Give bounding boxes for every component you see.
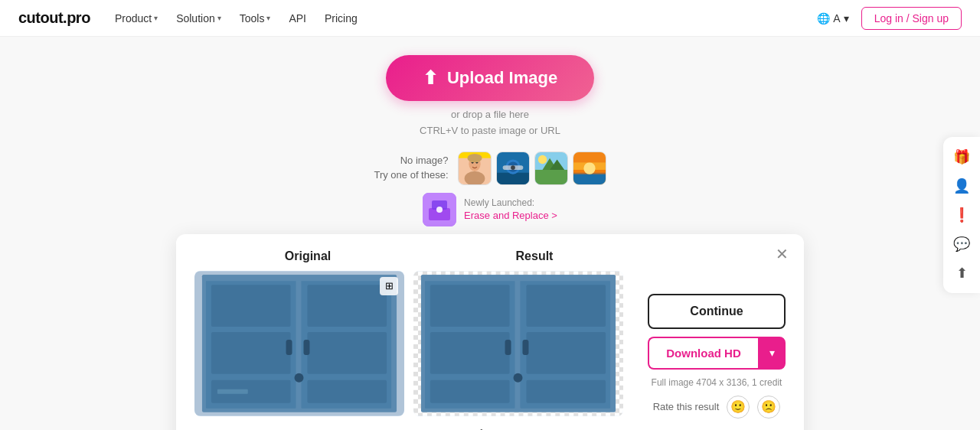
thumbs-up-button[interactable]: 🙂: [727, 396, 750, 419]
svg-rect-14: [535, 170, 567, 184]
rate-label: Rate this result: [653, 401, 720, 412]
result-image-panel: [413, 271, 623, 416]
svg-rect-8: [497, 172, 529, 184]
nav-pricing[interactable]: Pricing: [325, 12, 358, 24]
sample-images: [458, 151, 606, 185]
download-hd-button[interactable]: Download HD: [648, 337, 758, 370]
result-column-labels: Original Result: [194, 249, 786, 263]
nav-api[interactable]: API: [289, 12, 306, 24]
chevron-down-icon: ▾: [266, 14, 270, 22]
download-dropdown-button[interactable]: ▾: [758, 337, 786, 370]
newly-launched-thumbnail: [423, 193, 456, 226]
chevron-down-icon: ▾: [154, 14, 158, 22]
credit-info: Full image 4704 x 3136, 1 credit: [652, 377, 782, 388]
sample-image-2[interactable]: [496, 151, 530, 185]
svg-rect-53: [526, 285, 606, 327]
navbar: cutout.pro Product ▾ Solution ▾ Tools ▾ …: [0, 0, 980, 37]
svg-rect-40: [202, 275, 397, 281]
upload-icon: ⬆: [423, 67, 438, 89]
erase-replace-link[interactable]: Erase and Replace >: [464, 210, 557, 221]
nav-solution[interactable]: Solution ▾: [176, 12, 221, 24]
main-content: ⬆ Upload Image or drop a file here CTRL+…: [0, 37, 980, 430]
chevron-down-icon: ▾: [217, 14, 221, 22]
nav-product[interactable]: Product ▾: [115, 12, 158, 24]
svg-rect-55: [526, 380, 606, 402]
original-image-panel: ⊞: [194, 271, 404, 416]
logo[interactable]: cutout.pro: [18, 9, 90, 27]
svg-rect-19: [573, 172, 606, 184]
svg-rect-49: [430, 332, 510, 374]
newly-launched-text: Newly Launched: Erase and Replace >: [464, 197, 557, 222]
chevron-down-icon: ▾: [523, 428, 528, 430]
result-label: Result: [421, 249, 648, 263]
chat-icon-button[interactable]: 💬: [948, 230, 975, 258]
svg-rect-41: [217, 389, 248, 393]
result-actions: Continue Download HD ▾ Full image 4704 x…: [632, 271, 786, 419]
newly-launched-row: Newly Launched: Erase and Replace >: [423, 193, 557, 226]
svg-rect-30: [211, 285, 291, 327]
continue-button[interactable]: Continue: [648, 294, 786, 329]
nav-links: Product ▾ Solution ▾ Tools ▾ API Pricing: [115, 12, 817, 24]
drop-hints: or drop a file here CTRL+V to paste imag…: [420, 107, 560, 139]
svg-rect-31: [211, 332, 291, 374]
crop-icon[interactable]: ⊞: [380, 277, 398, 295]
sample-images-row: No image? Try one of these:: [374, 151, 606, 185]
rate-row: Rate this result 🙂 🙁: [653, 396, 781, 419]
upload-image-button[interactable]: ⬆ Upload Image: [386, 55, 594, 101]
svg-rect-56: [522, 340, 528, 355]
svg-point-21: [583, 162, 595, 174]
svg-rect-58: [421, 275, 616, 281]
result-panel: ✕ Original Result ⊞: [176, 234, 804, 430]
svg-rect-35: [307, 285, 387, 327]
gift-icon-button[interactable]: 🎁: [948, 143, 975, 171]
svg-point-39: [295, 373, 304, 382]
nav-right: 🌐 A ▾ Log in / Sign up: [817, 7, 962, 30]
svg-rect-38: [303, 340, 309, 355]
svg-rect-48: [430, 285, 510, 327]
svg-rect-22: [573, 152, 606, 162]
svg-rect-37: [307, 380, 387, 402]
svg-rect-33: [286, 340, 292, 355]
svg-rect-54: [526, 332, 606, 374]
sample-image-1[interactable]: [458, 151, 492, 185]
close-button[interactable]: ✕: [776, 246, 789, 262]
svg-point-17: [537, 155, 546, 163]
download-row: Download HD ▾: [648, 337, 786, 370]
original-label: Original: [194, 249, 421, 263]
upload-sidebar-icon-button[interactable]: ⬆: [948, 259, 975, 287]
login-button[interactable]: Log in / Sign up: [861, 7, 962, 30]
svg-rect-36: [307, 332, 387, 374]
svg-point-12: [511, 165, 515, 170]
alert-icon-button[interactable]: ❗: [948, 201, 975, 229]
sample-image-3[interactable]: [534, 151, 568, 185]
more-features-row[interactable]: More features ▾: [194, 428, 786, 430]
chevron-down-icon: ▾: [844, 12, 849, 24]
svg-point-57: [514, 373, 523, 382]
language-button[interactable]: 🌐 A ▾: [817, 12, 848, 24]
face-icon-button[interactable]: 👤: [948, 172, 975, 200]
svg-rect-50: [430, 380, 510, 402]
svg-point-26: [436, 207, 443, 213]
svg-point-6: [467, 154, 482, 162]
nav-tools[interactable]: Tools ▾: [240, 12, 271, 24]
right-sidebar: 🎁 👤 ❗ 💬 ⬆: [943, 137, 980, 293]
svg-rect-51: [505, 340, 511, 355]
sample-label: No image? Try one of these:: [374, 154, 448, 181]
thumbs-down-button[interactable]: 🙁: [757, 396, 780, 419]
sample-image-4[interactable]: [573, 151, 606, 185]
